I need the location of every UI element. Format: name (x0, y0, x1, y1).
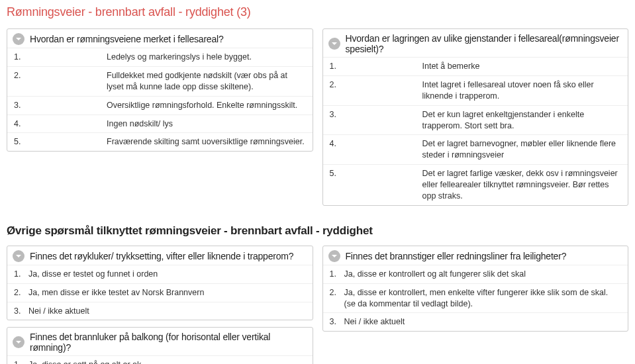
chevron-down-icon (13, 336, 24, 348)
panel-header-q5[interactable]: Finnes det brannluker på balkong (for ho… (7, 328, 313, 355)
panel-title: Hvordan er lagringen av ulike gjenstande… (346, 33, 623, 54)
panel-title: Finnes det brannluker på balkong (for ho… (30, 332, 307, 353)
list-item: 3.Oversiktlige rømningsforhold. Enkelte … (7, 96, 313, 114)
list-item: 1.Ja, disse er sett på og alt er ok (7, 355, 313, 364)
panel-title: Finnes det brannstiger eller redningslin… (346, 251, 567, 261)
panel-title: Finnes det røykluker/ trykksetting, vift… (30, 251, 293, 261)
panel-q4: Finnes det brannstiger eller redningslin… (322, 246, 629, 332)
list-item: 2.Ja, disse er kontrollert, men enkelte … (323, 283, 628, 313)
panel-q5: Finnes det brannluker på balkong (for ho… (7, 327, 313, 364)
panel-title: Hvordan er rømningsveiene merket i felle… (30, 34, 224, 44)
panel-header-q4[interactable]: Finnes det brannstiger eller redningslin… (323, 246, 628, 265)
list-item: 4.Det er lagret barnevogner, møbler elle… (323, 134, 628, 164)
section-heading: Øvrige spørsmål tilknyttet rømningsveier… (7, 224, 628, 238)
list-item: 1.Ja, disse er testet og funnet i orden (7, 265, 313, 283)
panel-header-q3[interactable]: Finnes det røykluker/ trykksetting, vift… (7, 246, 313, 265)
chevron-down-icon (328, 250, 340, 262)
list-item: 5.Fraværende skilting samt uoversiktlige… (7, 132, 313, 151)
page-title: Rømningsveier - brennbart avfall - ryddi… (7, 5, 628, 19)
panel-q2: Hvordan er lagringen av ulike gjenstande… (322, 28, 629, 206)
chevron-down-icon (328, 38, 340, 50)
list-item: 2.Intet lagret i fellesareal utover noen… (323, 75, 628, 105)
list-item: 4.Ingen nødskilt/ lys (7, 114, 313, 133)
list-item: 1.Ledelys og markeringslys i hele bygget… (7, 48, 313, 66)
list-item: 1.Intet å bemerke (323, 57, 628, 75)
chevron-down-icon (13, 33, 24, 45)
list-item: 3.Nei / ikke aktuelt (323, 312, 628, 331)
list-item: 5.Det er lagret farlige væsker, dekk osv… (323, 164, 628, 205)
panel-q3: Finnes det røykluker/ trykksetting, vift… (7, 246, 313, 321)
list-item: 2.Fulldekket med godkjente nødskilt (vær… (7, 66, 313, 96)
panel-header-q1[interactable]: Hvordan er rømningsveiene merket i felle… (7, 29, 313, 48)
panel-q1: Hvordan er rømningsveiene merket i felle… (7, 28, 313, 152)
chevron-down-icon (13, 250, 24, 262)
panel-header-q2[interactable]: Hvordan er lagringen av ulike gjenstande… (323, 29, 628, 57)
list-item: 3.Nei / ikke aktuelt (7, 302, 313, 320)
list-item: 3.Det er kun lagret enkeltgjenstander i … (323, 105, 628, 135)
list-item: 1.Ja, disse er kontrollert og alt funger… (323, 265, 628, 283)
list-item: 2.Ja, men disse er ikke testet av Norsk … (7, 283, 313, 302)
